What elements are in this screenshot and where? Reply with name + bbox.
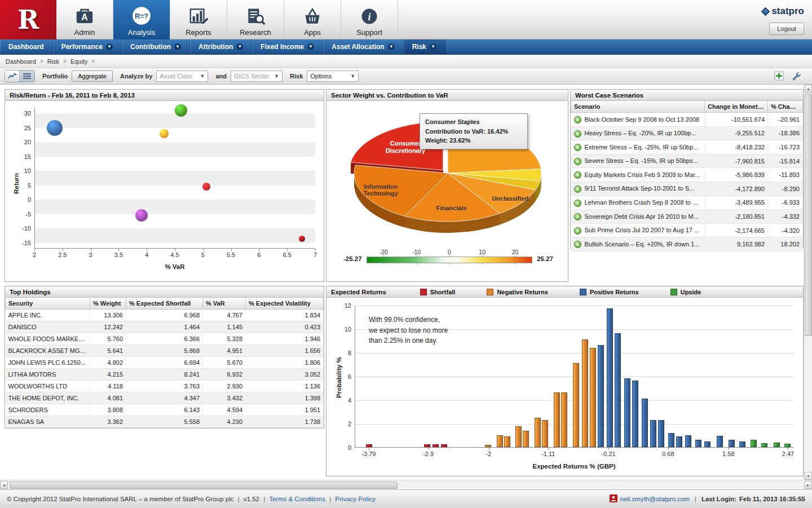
histogram-bar[interactable] <box>497 435 503 447</box>
histogram-bar[interactable] <box>717 436 723 447</box>
histogram-bar[interactable] <box>632 381 638 447</box>
histogram-bar[interactable] <box>485 445 491 447</box>
histogram-bar[interactable] <box>542 420 548 447</box>
vertical-scrollbar[interactable]: ▲ ▼ <box>804 85 812 480</box>
tab-admin[interactable]: A Admin <box>56 0 113 39</box>
chevron-down-icon[interactable]: ▼ <box>307 43 314 50</box>
tab-support[interactable]: i Support <box>341 0 398 39</box>
histogram-bar[interactable] <box>504 436 510 447</box>
risk-options-select[interactable]: Options▼ <box>307 70 359 82</box>
scatter-bubble[interactable] <box>299 236 305 242</box>
table-row[interactable]: +Lehman Brothers Crash Sep 8 2008 to S..… <box>571 196 803 210</box>
nav-item-attribution[interactable]: Attribution▼ <box>190 39 252 54</box>
portfolio-aggregate-button[interactable]: Aggregate <box>72 70 113 82</box>
histogram-bar[interactable] <box>739 441 745 448</box>
chevron-down-icon[interactable]: ▼ <box>430 43 436 50</box>
nav-item-asset-allocation[interactable]: Asset Allocation▼ <box>323 39 404 54</box>
scatter-bubble[interactable] <box>135 209 148 222</box>
tab-analysis[interactable]: R=? Analysis <box>113 0 170 39</box>
column-header[interactable]: % VaR <box>203 298 246 310</box>
chart-view-button[interactable] <box>5 70 20 82</box>
chevron-down-icon[interactable]: ▼ <box>236 43 243 50</box>
scroll-right-arrow[interactable]: ► <box>804 481 812 489</box>
table-row[interactable]: +Heavy Stress – Eq. -20%, IR up 100bp...… <box>571 126 803 140</box>
settings-wrench-button[interactable] <box>791 71 801 81</box>
nav-item-risk[interactable]: Risk▼ <box>404 39 445 54</box>
column-header[interactable]: % Change <box>768 101 803 113</box>
user-email-link[interactable]: neil.smyth@statpro.com <box>620 496 690 502</box>
histogram-bar[interactable] <box>590 348 596 447</box>
scatter-bubble[interactable] <box>202 183 210 191</box>
scatter-bubble[interactable] <box>47 120 63 136</box>
terms-link[interactable]: Terms & Conditions <box>269 496 325 502</box>
breadcrumb-equity[interactable]: Equity <box>70 58 88 65</box>
breadcrumb-dashboard[interactable]: Dashboard <box>6 58 36 65</box>
add-widget-button[interactable] <box>774 71 784 81</box>
table-row[interactable]: WHOLE FOODS MARKET ...5.7606.3665.3281.9… <box>6 333 324 345</box>
histogram-bar[interactable] <box>642 399 648 447</box>
table-row[interactable]: ENAGAS SA3.3625.5584.2301.738 <box>6 416 324 428</box>
histogram-bar[interactable] <box>624 378 630 447</box>
histogram-bar[interactable] <box>598 345 604 447</box>
breadcrumb-risk[interactable]: Risk <box>47 58 59 65</box>
table-row[interactable]: DANISCO12.2421.4641.1450.423 <box>6 321 324 333</box>
privacy-link[interactable]: Privacy Policy <box>335 496 376 502</box>
histogram-bar[interactable] <box>433 444 439 447</box>
table-row[interactable]: +9/11 Terrorist Attack Sep-10-2001 to S.… <box>571 182 803 196</box>
zoom-scenario-icon[interactable]: + <box>574 144 581 151</box>
table-row[interactable]: LITHIA MOTORS4.2158.2416.9323.052 <box>6 369 324 381</box>
scroll-left-arrow[interactable]: ◄ <box>0 481 8 489</box>
table-row[interactable]: BLACKROCK ASSET MGM...5.6415.8684.9511.6… <box>6 345 324 357</box>
zoom-scenario-icon[interactable]: + <box>574 241 581 248</box>
logout-button[interactable]: Logout <box>769 23 804 35</box>
nav-item-performance[interactable]: Performance▼ <box>53 39 122 54</box>
histogram-bar[interactable] <box>761 443 767 447</box>
column-header[interactable]: Security <box>6 298 90 310</box>
column-header[interactable]: Change in Monetary Va... <box>705 101 768 113</box>
gics-sector-select[interactable]: GICS Sector▼ <box>231 70 283 82</box>
histogram-bar[interactable] <box>695 440 701 447</box>
histogram-bar[interactable] <box>515 426 522 447</box>
zoom-scenario-icon[interactable]: + <box>574 200 581 207</box>
zoom-scenario-icon[interactable]: + <box>574 130 581 138</box>
tab-reports[interactable]: Reports <box>170 0 227 39</box>
table-row[interactable]: +Severe Stress – Eq. -15%, IR up 50bps..… <box>571 154 803 168</box>
histogram-bar[interactable] <box>582 339 588 447</box>
table-row[interactable]: +Black October Sep 9 2008 to Oct 13 2008… <box>571 113 803 127</box>
histogram-bar[interactable] <box>685 435 691 447</box>
table-row[interactable]: JOHN LEWIS PLC 6.1250...4.8026.6945.6701… <box>6 357 324 369</box>
tab-research[interactable]: Research <box>227 0 284 39</box>
column-header[interactable]: % Weight <box>90 298 126 310</box>
histogram-bar[interactable] <box>704 441 710 448</box>
chevron-down-icon[interactable]: ▼ <box>174 43 181 50</box>
histogram-bar[interactable] <box>615 333 621 447</box>
app-logo[interactable]: R <box>0 0 56 39</box>
histogram-bar[interactable] <box>676 436 682 447</box>
column-header[interactable]: Scenario <box>571 101 705 113</box>
histogram-bar[interactable] <box>650 420 656 447</box>
zoom-scenario-icon[interactable]: + <box>574 213 581 220</box>
nav-item-dashboard[interactable]: Dashboard <box>0 39 53 54</box>
table-row[interactable]: +Extreme Stress – Eq. -25%, IR up 50bp..… <box>571 140 803 154</box>
histogram-bar[interactable] <box>535 418 541 448</box>
histogram-bar[interactable] <box>366 444 372 447</box>
column-header[interactable]: % Expected Shortfall <box>126 298 203 310</box>
scroll-up-arrow[interactable]: ▲ <box>805 85 812 92</box>
chevron-down-icon[interactable]: ▼ <box>106 43 113 50</box>
column-header[interactable]: % Expected Volatility <box>246 298 324 310</box>
table-row[interactable]: +Equity Markets Crisis Feb 9 2009 to Mar… <box>571 168 803 182</box>
scroll-down-arrow[interactable]: ▼ <box>805 472 812 480</box>
zoom-scenario-icon[interactable]: + <box>574 227 581 235</box>
table-row[interactable]: +Sovereign Debt Crisis Apr 16 2010 to M.… <box>571 210 803 224</box>
table-row[interactable]: WOOLWORTHS LTD4.1183.7632.9301.136 <box>6 381 324 392</box>
asset-class-select[interactable]: Asset Class▼ <box>156 70 208 82</box>
list-view-button[interactable] <box>20 70 34 82</box>
table-row[interactable]: +Sub Prime Crisis Jul 20 2007 to Aug 17 … <box>571 223 803 237</box>
zoom-scenario-icon[interactable]: + <box>574 158 581 165</box>
histogram-bar[interactable] <box>561 392 567 447</box>
zoom-scenario-icon[interactable]: + <box>574 171 581 179</box>
zoom-scenario-icon[interactable]: + <box>574 116 581 123</box>
histogram-bar[interactable] <box>523 431 529 447</box>
histogram-bar[interactable] <box>668 433 674 447</box>
vertical-scroll-thumb[interactable] <box>805 94 812 336</box>
